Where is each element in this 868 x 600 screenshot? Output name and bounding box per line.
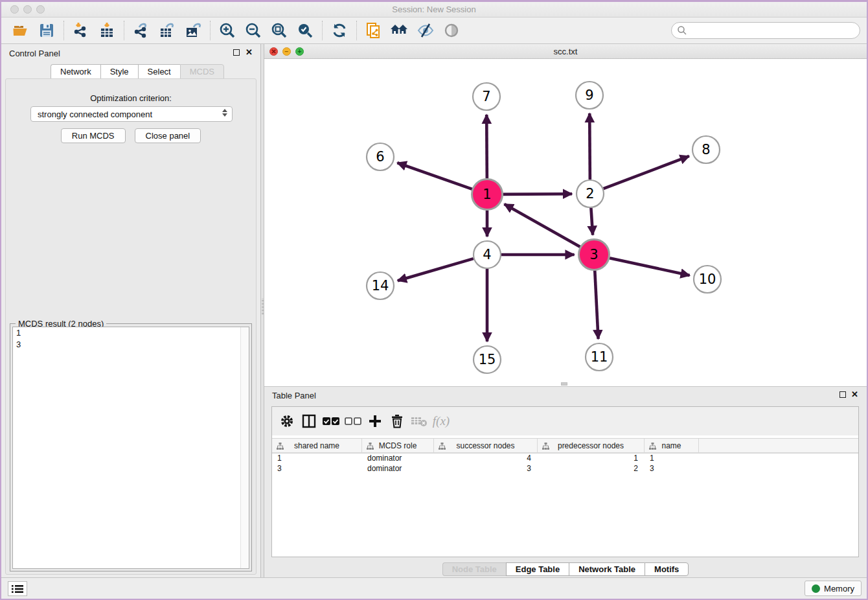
table-cell[interactable]: 3 — [645, 464, 699, 474]
save-session-icon[interactable] — [34, 20, 60, 41]
zoom-in-icon[interactable] — [214, 20, 240, 41]
column-header-predecessor-nodes[interactable]: predecessor nodes — [538, 439, 645, 452]
column-tree-icon — [542, 443, 549, 450]
deselect-all-icon[interactable] — [343, 411, 363, 431]
close-panel-button[interactable]: Close panel — [135, 128, 201, 143]
dropdown-stepper-icon — [222, 109, 227, 117]
tab-node-table[interactable]: Node Table — [442, 562, 506, 576]
result-item[interactable]: 3 — [13, 339, 249, 351]
delete-column-icon[interactable] — [387, 411, 407, 431]
table-cell[interactable]: 3 — [272, 464, 362, 474]
table-cell[interactable]: 1 — [538, 454, 645, 464]
main-toolbar — [1, 17, 867, 44]
table-cell[interactable]: 1 — [645, 454, 699, 464]
table-panel: Table Panel ✕ — [264, 386, 867, 579]
column-tree-icon — [367, 443, 374, 450]
mcds-result-list[interactable]: 13 — [12, 327, 249, 569]
table-cell[interactable]: dominator — [362, 454, 434, 464]
network-canvas[interactable]: 7968124314101511 — [264, 59, 867, 386]
select-all-icon[interactable] — [321, 411, 341, 431]
memory-button[interactable]: Memory — [805, 581, 862, 596]
graph-edge-2-3[interactable] — [591, 208, 593, 235]
table-cell[interactable]: 3 — [434, 464, 538, 474]
zoom-out-icon[interactable] — [240, 20, 266, 41]
toolbar-separator — [210, 21, 211, 40]
graph-edge-1-7[interactable] — [486, 115, 487, 179]
table-row[interactable]: 3dominator323 — [272, 464, 858, 474]
graph-edge-2-9[interactable] — [589, 113, 590, 179]
export-table-icon[interactable] — [154, 20, 180, 41]
graph-node-label: 9 — [585, 87, 593, 103]
graph-node-label: 14 — [372, 278, 389, 294]
table-cell[interactable]: dominator — [362, 464, 434, 474]
tab-select[interactable]: Select — [138, 64, 180, 79]
graph-edge-1-2[interactable] — [503, 194, 572, 194]
close-panel-icon[interactable]: ✕ — [246, 47, 253, 57]
graph-node-label: 2 — [586, 186, 594, 202]
table-cell[interactable]: 2 — [538, 464, 645, 474]
column-header-successor-nodes[interactable]: successor nodes — [434, 439, 538, 452]
search-field[interactable] — [671, 22, 860, 39]
table-header-row: shared nameMCDS rolesuccessor nodesprede… — [272, 438, 858, 454]
table-panel-header: Table Panel ✕ — [264, 387, 867, 404]
close-table-panel-icon[interactable]: ✕ — [851, 389, 858, 399]
graph-edge-3-1[interactable] — [505, 204, 580, 247]
tab-edge-table[interactable]: Edge Table — [506, 562, 569, 576]
toolbar-separator — [356, 21, 357, 40]
window-title: Session: New Session — [1, 5, 867, 14]
graph-edge-1-6[interactable] — [397, 163, 472, 189]
zoom-fit-icon[interactable] — [266, 20, 292, 41]
hide-eye-icon[interactable] — [413, 20, 439, 41]
column-header-shared-name[interactable]: shared name — [272, 439, 362, 452]
show-eye-icon[interactable] — [439, 20, 464, 41]
tab-mcds[interactable]: MCDS — [180, 64, 224, 79]
table-row[interactable]: 1dominator411 — [272, 454, 858, 464]
table-settings-gear-icon[interactable] — [277, 411, 297, 431]
export-image-icon[interactable] — [180, 20, 206, 41]
column-header-name[interactable]: name — [645, 439, 699, 452]
add-column-icon[interactable] — [365, 411, 385, 431]
graph-edge-2-8[interactable] — [604, 156, 689, 189]
graph-edge-4-14[interactable] — [398, 259, 474, 281]
column-tree-icon — [439, 443, 446, 450]
node-table: shared nameMCDS rolesuccessor nodesprede… — [272, 438, 858, 557]
graph-node-label: 4 — [483, 247, 491, 262]
graph-node-label: 1 — [483, 187, 491, 202]
criterion-dropdown[interactable]: strongly connected component — [30, 106, 233, 122]
column-header-MCDS-role[interactable]: MCDS role — [362, 439, 434, 452]
table-panel-title: Table Panel — [272, 391, 316, 400]
tab-motifs[interactable]: Motifs — [645, 562, 689, 576]
mcds-result-groupbox: MCDS result (2 nodes) 13 — [10, 323, 252, 571]
graph-node-label: 6 — [376, 149, 384, 165]
home-icon[interactable] — [387, 20, 413, 41]
canvas-scrollbar-thumb[interactable] — [561, 382, 567, 386]
export-network-icon[interactable] — [128, 20, 154, 41]
search-input[interactable] — [687, 26, 860, 36]
tab-network[interactable]: Network — [51, 64, 100, 79]
tab-network-table[interactable]: Network Table — [569, 562, 645, 576]
network-view-window: ✕ − + scc.txt 7968124314101511 — [264, 44, 867, 386]
control-panel-header: Control Panel ✕ — [1, 44, 260, 62]
column-tree-icon — [277, 443, 284, 450]
import-network-icon[interactable] — [68, 20, 94, 41]
refresh-icon[interactable] — [326, 20, 352, 41]
show-column-icon[interactable] — [299, 411, 319, 431]
network-graph[interactable]: 7968124314101511 — [264, 59, 867, 386]
open-session-icon[interactable] — [8, 20, 34, 41]
table-cell[interactable]: 4 — [434, 454, 538, 464]
clone-network-file-icon[interactable] — [361, 20, 387, 41]
tab-style[interactable]: Style — [100, 64, 138, 79]
zoom-selected-icon[interactable] — [292, 20, 318, 41]
splitter-grip[interactable] — [262, 298, 264, 315]
table-cell[interactable]: 1 — [272, 454, 362, 464]
run-mcds-button[interactable]: Run MCDS — [61, 128, 126, 143]
float-table-panel-icon[interactable] — [839, 391, 846, 398]
result-scrollbar-track[interactable] — [240, 327, 249, 568]
node-table-container: f(x) shared nameMCDS rolesuccessor nodes… — [271, 406, 859, 557]
result-item[interactable]: 1 — [13, 327, 249, 339]
float-panel-icon[interactable] — [233, 49, 240, 56]
graph-edge-3-11[interactable] — [595, 270, 598, 339]
task-history-button[interactable] — [8, 581, 27, 596]
import-table-icon[interactable] — [94, 20, 120, 41]
graph-edge-3-10[interactable] — [610, 258, 690, 275]
